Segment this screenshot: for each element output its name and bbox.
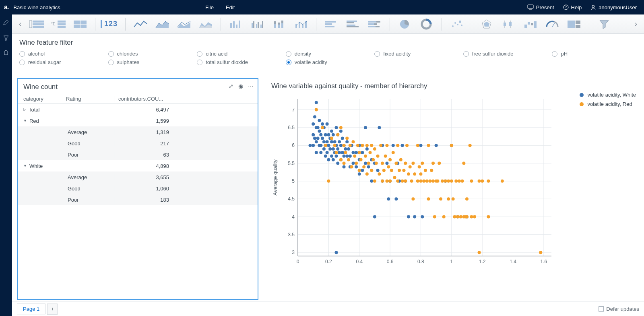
- svg-point-159: [336, 147, 339, 151]
- svg-point-200: [387, 197, 390, 200]
- viz-bar-grouped-icon[interactable]: [248, 17, 267, 31]
- svg-text:1: 1: [450, 259, 453, 264]
- svg-point-187: [364, 162, 367, 165]
- viz-bar-icon[interactable]: [227, 17, 245, 31]
- svg-rect-62: [504, 23, 506, 26]
- expand-icon[interactable]: ⤢: [229, 83, 233, 89]
- svg-point-294: [427, 144, 430, 147]
- filter-citric-acid[interactable]: citric acid: [197, 51, 282, 57]
- wine-count-panel[interactable]: Wine count ⤢ ◉ ⋯ category Rating contrib…: [17, 78, 258, 300]
- viz-combo-icon[interactable]: [292, 17, 310, 31]
- svg-point-114: [312, 133, 315, 136]
- page-tab[interactable]: Page 1: [17, 304, 45, 314]
- svg-point-312: [452, 197, 455, 200]
- table-row[interactable]: Poor183: [18, 194, 258, 205]
- filter-residual-sugar[interactable]: residual sugar: [19, 59, 104, 65]
- viz-pivot-icon[interactable]: ᵀE: [49, 17, 68, 31]
- svg-point-230: [345, 137, 349, 140]
- svg-point-55: [454, 22, 456, 24]
- viz-donut-icon[interactable]: [417, 17, 436, 31]
- viz-bar-stacked-icon[interactable]: [270, 17, 289, 31]
- filter-pH[interactable]: pH: [552, 51, 637, 57]
- col-category[interactable]: category: [18, 96, 66, 102]
- filter-density[interactable]: density: [286, 51, 371, 57]
- svg-point-150: [332, 147, 335, 151]
- help-button[interactable]: Help: [563, 4, 582, 10]
- viz-grid-icon[interactable]: [71, 17, 89, 31]
- expander-icon[interactable]: ▷: [23, 107, 26, 112]
- filter-free-sulfur-dioxide[interactable]: free sulfur dioxide: [463, 51, 548, 57]
- col-count[interactable]: contributors.COU...: [114, 96, 258, 102]
- viz-line-icon[interactable]: [131, 17, 150, 31]
- viz-hbar-grouped-icon[interactable]: [344, 17, 362, 31]
- viz-area-icon[interactable]: [153, 17, 171, 31]
- expander-icon[interactable]: ▼: [23, 164, 27, 168]
- content: Wine feature filter alcoholchloridescitr…: [12, 34, 644, 302]
- svg-rect-34: [281, 21, 283, 23]
- table-row[interactable]: Poor63: [18, 149, 258, 160]
- edit-icon[interactable]: [3, 20, 9, 27]
- viz-pie-icon[interactable]: [396, 17, 414, 31]
- col-rating[interactable]: Rating: [66, 96, 114, 102]
- filter-sulphates[interactable]: sulphates: [108, 59, 193, 65]
- svg-point-175: [349, 155, 352, 158]
- svg-point-171: [344, 147, 347, 151]
- ribbon-prev[interactable]: ‹: [16, 20, 24, 28]
- svg-point-283: [411, 197, 415, 200]
- viz-stream-icon[interactable]: [196, 17, 215, 31]
- svg-point-120: [315, 140, 318, 143]
- play-icon[interactable]: ◉: [238, 83, 243, 89]
- svg-point-234: [351, 140, 355, 143]
- present-button[interactable]: Present: [527, 4, 554, 10]
- filter-fixed-acidity[interactable]: fixed acidity: [374, 51, 459, 57]
- filter-total-sulfur-dioxide[interactable]: total sulfur dioxide: [197, 59, 282, 65]
- svg-point-254: [376, 155, 380, 158]
- svg-point-248: [370, 144, 373, 147]
- svg-point-194: [373, 215, 376, 219]
- add-page-button[interactable]: +: [47, 304, 58, 315]
- home-icon[interactable]: [3, 49, 9, 56]
- scatter-chart[interactable]: 00.20.40.60.811.21.41.633.544.555.566.57…: [270, 95, 559, 280]
- svg-point-166: [341, 137, 344, 140]
- viz-radar-icon[interactable]: [478, 17, 496, 31]
- filter-chlorides[interactable]: chlorides: [108, 51, 193, 57]
- filter-alcohol[interactable]: alcohol: [19, 51, 104, 57]
- menu-file[interactable]: File: [205, 4, 214, 10]
- filter-volatile-acidity[interactable]: volatile acidity: [286, 59, 371, 65]
- radio-icon: [19, 60, 25, 65]
- table-row[interactable]: ▼White4,898: [18, 160, 258, 171]
- filter-icon[interactable]: [3, 35, 9, 41]
- svg-point-113: [312, 122, 315, 126]
- svg-point-258: [381, 180, 384, 183]
- viz-waterfall-icon[interactable]: [521, 17, 540, 31]
- viz-table-icon[interactable]: [27, 17, 46, 31]
- ribbon-next[interactable]: ›: [632, 20, 640, 28]
- viz-funnel-icon[interactable]: [595, 17, 613, 31]
- svg-point-56: [457, 24, 458, 25]
- viz-hbar-icon[interactable]: [322, 17, 341, 31]
- table-row[interactable]: ▼Red1,599: [18, 115, 258, 126]
- table-row[interactable]: Good217: [18, 138, 258, 149]
- table-row[interactable]: Average1,319: [18, 126, 258, 138]
- svg-point-138: [326, 122, 329, 126]
- viz-treemap-icon[interactable]: [565, 17, 583, 31]
- svg-point-163: [339, 130, 343, 133]
- viz-kpi-icon[interactable]: 123: [101, 17, 120, 31]
- table-row[interactable]: Average3,655: [18, 171, 258, 183]
- more-icon[interactable]: ⋯: [248, 83, 254, 89]
- table-row[interactable]: ▷Total6,497: [18, 104, 258, 115]
- svg-point-304: [439, 197, 442, 200]
- viz-area2-icon[interactable]: [175, 17, 193, 31]
- viz-boxplot-icon[interactable]: [500, 17, 518, 31]
- viz-hbar-stacked-icon[interactable]: [365, 17, 384, 31]
- user-button[interactable]: anonymousUser: [590, 4, 637, 10]
- menu-edit[interactable]: Edit: [226, 4, 235, 10]
- svg-text:1.6: 1.6: [541, 259, 547, 264]
- viz-gauge-icon[interactable]: [543, 17, 561, 31]
- svg-point-143: [327, 158, 330, 161]
- defer-updates-toggle[interactable]: Defer updates: [599, 306, 639, 312]
- svg-point-319: [462, 162, 465, 165]
- table-row[interactable]: Good1,060: [18, 183, 258, 194]
- expander-icon[interactable]: ▼: [23, 119, 27, 123]
- viz-scatter-icon[interactable]: [448, 17, 466, 31]
